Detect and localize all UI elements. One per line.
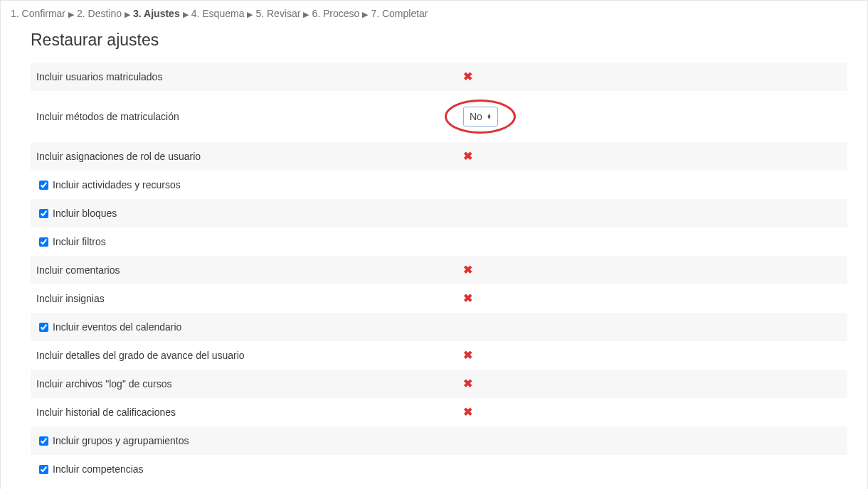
setting-row: Incluir competencias xyxy=(31,455,847,483)
checkbox[interactable] xyxy=(39,237,48,247)
chevron-right-icon: ▶ xyxy=(68,10,74,18)
checkbox[interactable] xyxy=(39,181,48,190)
setting-label: Incluir métodos de matriculación xyxy=(36,111,179,122)
setting-label: Incluir comentarios xyxy=(36,264,120,276)
setting-label: Incluir usuarios matriculados xyxy=(36,71,162,82)
chevron-right-icon: ▶ xyxy=(362,10,368,18)
setting-label: Incluir detalles del grado de avance del… xyxy=(36,350,245,361)
setting-label: Incluir eventos del calendario xyxy=(53,321,181,333)
setting-row: Incluir asignaciones de rol de usuario✖ xyxy=(31,142,847,171)
setting-row: Incluir usuarios matriculados✖ xyxy=(31,63,847,91)
step-esquema: 4. Esquema xyxy=(191,8,245,19)
setting-row: Incluir insignias✖ xyxy=(31,284,847,313)
select-value: No xyxy=(470,111,482,122)
checkbox[interactable] xyxy=(39,209,48,218)
setting-label: Incluir archivos "log" de cursos xyxy=(36,378,171,389)
setting-row: Incluir métodos de matriculaciónNo▲▼ xyxy=(31,91,847,142)
breadcrumb: 1. Confirmar▶2. Destino▶3. Ajustes▶4. Es… xyxy=(1,1,867,23)
step-proceso: 6. Proceso xyxy=(312,8,359,19)
x-icon: ✖ xyxy=(463,350,472,361)
chevron-right-icon: ▶ xyxy=(247,10,253,18)
setting-row: Incluir grupos y agrupamientos xyxy=(31,426,847,455)
setting-row: Incluir detalles del grado de avance del… xyxy=(31,341,847,370)
x-icon: ✖ xyxy=(463,378,472,389)
setting-row: Incluir eventos del calendario xyxy=(31,313,847,341)
x-icon: ✖ xyxy=(463,151,472,162)
setting-label: Incluir grupos y agrupamientos xyxy=(53,435,189,446)
sort-icon: ▲▼ xyxy=(487,114,492,119)
enrol-methods-select[interactable]: No▲▼ xyxy=(463,107,498,127)
setting-label: Incluir actividades y recursos xyxy=(53,179,181,190)
step-ajustes: 3. Ajustes xyxy=(133,8,180,19)
x-icon: ✖ xyxy=(463,293,472,304)
chevron-right-icon: ▶ xyxy=(183,10,189,18)
setting-label: Incluir bloques xyxy=(53,208,117,219)
x-icon: ✖ xyxy=(463,407,472,418)
page-title: Restaurar ajustes xyxy=(31,31,847,50)
step-destino: 2. Destino xyxy=(77,8,122,19)
step-revisar: 5. Revisar xyxy=(255,8,300,19)
setting-label: Incluir filtros xyxy=(53,236,106,247)
checkbox[interactable] xyxy=(39,465,48,474)
setting-label: Incluir historial de calificaciones xyxy=(36,407,176,418)
setting-row: Incluir filtros xyxy=(31,227,847,256)
checkbox[interactable] xyxy=(39,436,48,446)
setting-row: Incluir bloques xyxy=(31,199,847,227)
checkbox[interactable] xyxy=(39,323,48,332)
setting-row: Incluir archivos "log" de cursos✖ xyxy=(31,370,847,398)
setting-label: Incluir competencias xyxy=(53,463,144,475)
chevron-right-icon: ▶ xyxy=(125,10,130,18)
chevron-right-icon: ▶ xyxy=(303,10,309,18)
setting-row: Incluir comentarios✖ xyxy=(31,256,847,284)
x-icon: ✖ xyxy=(463,71,472,82)
step-confirmar: 1. Confirmar xyxy=(11,8,65,19)
setting-label: Incluir insignias xyxy=(36,293,105,304)
setting-row: Incluir historial de calificaciones✖ xyxy=(31,398,847,426)
setting-row: Incluir actividades y recursos xyxy=(31,171,847,199)
setting-label: Incluir asignaciones de rol de usuario xyxy=(36,151,201,162)
x-icon: ✖ xyxy=(463,264,472,276)
step-completar: 7. Completar xyxy=(371,8,428,19)
